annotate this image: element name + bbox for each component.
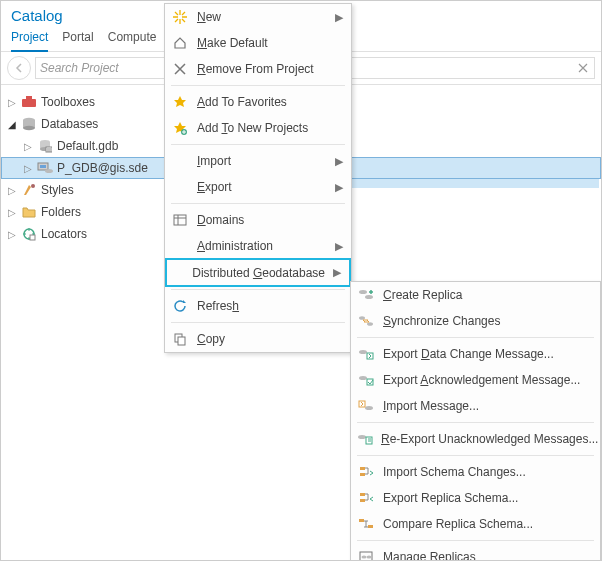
export-schema-icon	[357, 489, 375, 507]
svg-rect-14	[30, 235, 35, 240]
svg-point-4	[23, 126, 35, 130]
locator-icon	[21, 226, 37, 242]
menu-add-favorites[interactable]: Add To Favorites	[165, 89, 351, 115]
styles-icon	[21, 182, 37, 198]
svg-point-19	[359, 290, 367, 294]
menu-label: Export Data Change Message...	[383, 347, 592, 361]
menu-import-message[interactable]: Import Message...	[351, 393, 600, 419]
svg-point-39	[367, 556, 372, 559]
domains-icon	[171, 211, 189, 229]
menu-separator	[171, 203, 345, 204]
tab-portal[interactable]: Portal	[62, 26, 93, 51]
collapse-icon[interactable]: ◢	[7, 119, 17, 130]
manage-replicas-icon	[357, 548, 375, 561]
database-icon	[21, 116, 37, 132]
svg-rect-34	[360, 499, 365, 502]
menu-import-schema[interactable]: Import Schema Changes...	[351, 459, 600, 485]
svg-rect-16	[174, 215, 186, 225]
node-label: Folders	[41, 205, 81, 219]
svg-point-20	[365, 295, 373, 299]
menu-label: Create Replica	[383, 288, 592, 302]
menu-label: Remove From Project	[197, 62, 343, 76]
svg-point-38	[362, 556, 367, 559]
blank-icon	[171, 237, 189, 255]
menu-label: Import	[197, 154, 327, 168]
svg-point-21	[359, 316, 365, 320]
menu-label: Import Schema Changes...	[383, 465, 592, 479]
search-placeholder: Search Project	[40, 61, 119, 75]
copy-icon	[171, 330, 189, 348]
menu-make-default[interactable]: Make Default	[165, 30, 351, 56]
svg-rect-0	[22, 99, 36, 107]
svg-point-11	[45, 169, 53, 173]
export-message-icon	[357, 345, 375, 363]
expand-icon[interactable]: ▷	[7, 229, 17, 240]
menu-export-schema[interactable]: Export Replica Schema...	[351, 485, 600, 511]
toolbox-icon	[21, 94, 37, 110]
home-icon	[171, 34, 189, 52]
clear-icon[interactable]	[576, 63, 590, 73]
reexport-icon	[357, 430, 373, 448]
menu-separator	[357, 337, 594, 338]
menu-export[interactable]: Export ▶	[165, 174, 351, 200]
expand-icon[interactable]: ▷	[23, 163, 33, 174]
menu-distributed-geodatabase[interactable]: Distributed Geodatabase ▶	[165, 258, 351, 287]
menu-label: Copy	[197, 332, 343, 346]
expand-icon[interactable]: ▷	[23, 141, 33, 152]
import-schema-icon	[357, 463, 375, 481]
back-button[interactable]	[7, 56, 31, 80]
node-label: Styles	[41, 183, 74, 197]
svg-rect-36	[368, 525, 373, 528]
menu-label: Make Default	[197, 36, 343, 50]
svg-rect-1	[26, 96, 32, 99]
menu-copy[interactable]: Copy	[165, 326, 351, 352]
expand-icon[interactable]: ▷	[7, 185, 17, 196]
tab-project[interactable]: Project	[11, 26, 48, 52]
submenu-arrow-icon: ▶	[335, 181, 343, 194]
menu-reexport[interactable]: Re-Export Unacknowledged Messages...	[351, 426, 600, 452]
expand-icon[interactable]: ▷	[7, 207, 17, 218]
compare-schema-icon	[357, 515, 375, 533]
menu-refresh[interactable]: Refresh	[165, 293, 351, 319]
menu-export-data-change[interactable]: Export Data Change Message...	[351, 341, 600, 367]
sde-icon	[37, 160, 53, 176]
folder-icon	[21, 204, 37, 220]
submenu-arrow-icon: ▶	[335, 240, 343, 253]
menu-remove[interactable]: Remove From Project	[165, 56, 351, 82]
menu-synchronize[interactable]: Synchronize Changes	[351, 308, 600, 334]
menu-domains[interactable]: Domains	[165, 207, 351, 233]
menu-manage-replicas[interactable]: Manage Replicas	[351, 544, 600, 561]
refresh-icon	[171, 297, 189, 315]
svg-rect-32	[360, 473, 365, 476]
menu-separator	[171, 85, 345, 86]
menu-compare-schema[interactable]: Compare Replica Schema...	[351, 511, 600, 537]
context-menu-database: New ▶ Make Default Remove From Project A…	[164, 3, 352, 353]
menu-new[interactable]: New ▶	[165, 4, 351, 30]
expand-icon[interactable]: ▷	[7, 97, 17, 108]
menu-separator	[357, 540, 594, 541]
svg-point-25	[359, 376, 367, 380]
submenu-distributed-geodatabase: Create Replica Synchronize Changes Expor…	[350, 281, 601, 561]
sync-icon	[357, 312, 375, 330]
menu-add-new-projects[interactable]: Add To New Projects	[165, 115, 351, 141]
node-label: P_GDB@gis.sde	[57, 161, 148, 175]
menu-label: Distributed Geodatabase	[192, 266, 325, 280]
menu-label: Domains	[197, 213, 343, 227]
blank-icon	[173, 264, 184, 282]
svg-rect-35	[359, 519, 364, 522]
menu-label: Add To New Projects	[197, 121, 343, 135]
menu-export-ack[interactable]: Export Acknowledgement Message...	[351, 367, 600, 393]
svg-point-12	[31, 184, 35, 188]
menu-create-replica[interactable]: Create Replica	[351, 282, 600, 308]
menu-label: New	[197, 10, 327, 24]
star-plus-icon	[171, 119, 189, 137]
svg-point-22	[367, 322, 373, 326]
node-label: Toolboxes	[41, 95, 95, 109]
menu-label: Refresh	[197, 299, 343, 313]
blank-icon	[171, 152, 189, 170]
menu-label: Compare Replica Schema...	[383, 517, 592, 531]
menu-label: Re-Export Unacknowledged Messages...	[381, 432, 598, 446]
menu-import[interactable]: Import ▶	[165, 148, 351, 174]
tab-compute[interactable]: Compute	[108, 26, 157, 51]
menu-administration[interactable]: Administration ▶	[165, 233, 351, 259]
